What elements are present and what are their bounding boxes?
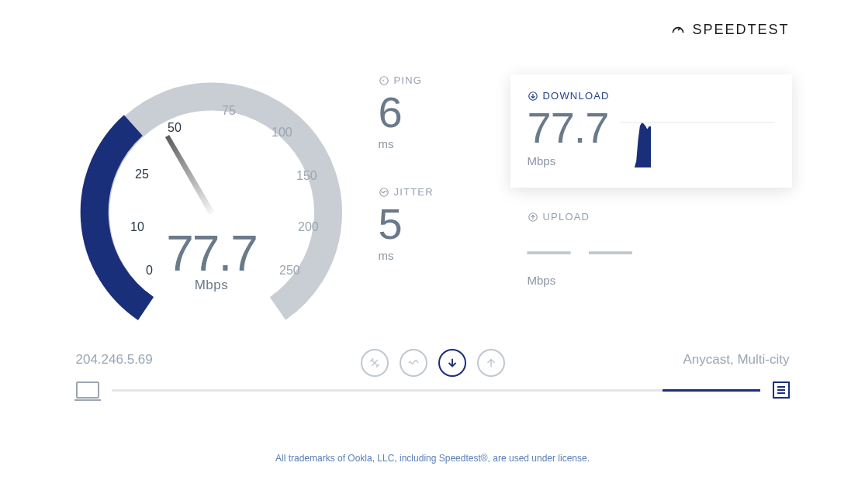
phase-jitter [400, 349, 427, 377]
download-value: 77.7 [528, 106, 609, 150]
upload-icon [528, 212, 538, 223]
jitter-icon [379, 187, 389, 198]
ping-value: 6 [379, 91, 487, 134]
phase-upload [477, 349, 505, 377]
svg-text:50: 50 [168, 121, 182, 134]
progress-row [76, 381, 790, 399]
svg-text:25: 25 [135, 167, 149, 181]
upload-stat: UPLOAD — — Mbps [510, 211, 792, 287]
svg-marker-0 [164, 134, 214, 215]
upload-value: — — [528, 227, 792, 271]
server-name: Anycast, Multi-city [683, 352, 790, 368]
jitter-value: 5 [379, 202, 487, 246]
download-card: DOWNLOAD 77.7 Mbps [510, 74, 792, 188]
client-ip: 204.246.5.69 [76, 352, 153, 368]
svg-text:75: 75 [222, 104, 236, 117]
download-icon [528, 91, 538, 102]
ping-stat: PING 6 ms [379, 74, 487, 150]
trademark-notice: All trademarks of Ookla, LLC, including … [76, 453, 790, 464]
gauge-unit: Mbps [76, 278, 348, 293]
server-icon [773, 381, 790, 399]
jitter-unit: ms [379, 249, 487, 262]
svg-text:100: 100 [272, 126, 292, 139]
ping-icon [379, 75, 389, 86]
gauge-icon [670, 22, 686, 38]
progress-fill [663, 389, 759, 392]
svg-text:150: 150 [296, 169, 317, 182]
gauge-value: 77.7 [76, 225, 348, 282]
phase-ping [361, 349, 389, 377]
client-device-icon [76, 381, 99, 399]
download-sparkline [620, 113, 775, 167]
jitter-stat: JITTER 5 ms [379, 186, 487, 262]
upload-unit: Mbps [528, 274, 792, 287]
speed-gauge: 0 10 25 50 75 100 150 200 250 77.7 Mbps [76, 70, 348, 326]
ping-unit: ms [379, 137, 487, 150]
brand-logo: SPEEDTEST [670, 22, 789, 38]
brand-text: SPEEDTEST [692, 22, 789, 38]
progress-bar [112, 389, 760, 392]
svg-marker-14 [620, 123, 651, 167]
phase-download [438, 349, 466, 377]
download-unit: Mbps [528, 154, 609, 167]
